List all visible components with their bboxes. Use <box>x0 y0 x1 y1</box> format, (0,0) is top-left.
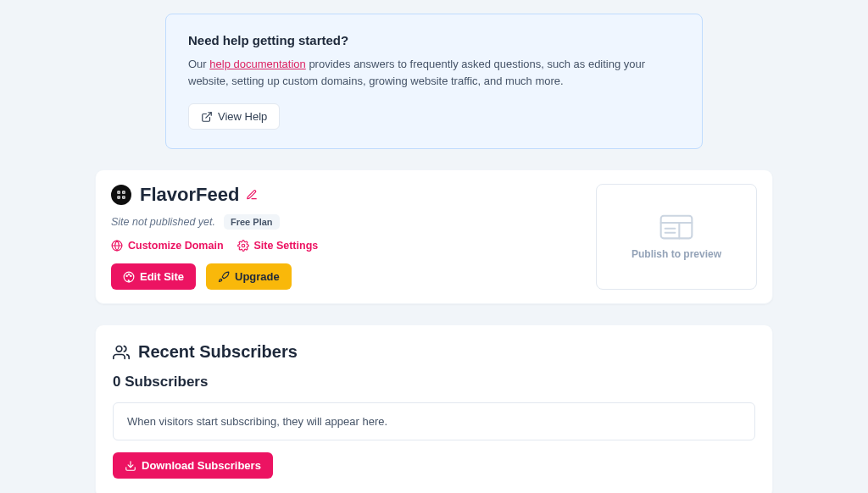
svg-point-7 <box>242 245 245 248</box>
download-subscribers-label: Download Subscribers <box>142 459 261 472</box>
external-link-icon <box>201 111 213 123</box>
upgrade-label: Upgrade <box>235 270 280 283</box>
subscribers-empty-state: When visitors start subscribing, they wi… <box>113 402 755 440</box>
preview-panel-label: Publish to preview <box>632 248 721 260</box>
download-icon <box>125 460 136 472</box>
customize-domain-label: Customize Domain <box>128 240 224 252</box>
svg-point-10 <box>128 274 129 274</box>
edit-site-button[interactable]: Edit Site <box>111 263 196 290</box>
download-subscribers-button[interactable]: Download Subscribers <box>113 452 273 479</box>
site-avatar <box>111 185 131 205</box>
help-banner: Need help getting started? Our help docu… <box>165 14 703 149</box>
subscribers-count: 0 Subscribers <box>113 374 755 391</box>
avatar-icon <box>115 189 127 201</box>
edit-site-label: Edit Site <box>140 270 184 283</box>
site-settings-link[interactable]: Site Settings <box>237 240 319 252</box>
help-banner-body: Our help documentation provides answers … <box>188 56 680 90</box>
help-banner-title: Need help getting started? <box>188 33 680 47</box>
svg-rect-12 <box>661 215 693 238</box>
site-name: FlavorFeed <box>140 184 239 206</box>
site-settings-label: Site Settings <box>254 240 319 252</box>
svg-rect-4 <box>123 197 125 198</box>
rocket-icon <box>218 271 230 283</box>
plan-badge: Free Plan <box>224 214 280 230</box>
help-documentation-link[interactable]: help documentation <box>209 58 305 70</box>
svg-line-0 <box>206 113 211 118</box>
upgrade-button[interactable]: Upgrade <box>206 263 292 290</box>
palette-icon <box>123 271 135 283</box>
help-body-prefix: Our <box>188 58 209 70</box>
customize-domain-link[interactable]: Customize Domain <box>111 240 224 252</box>
edit-site-name-button[interactable] <box>246 189 258 201</box>
site-card: FlavorFeed Site not published yet. Free … <box>95 169 773 304</box>
svg-point-9 <box>126 275 127 276</box>
globe-icon <box>111 240 123 252</box>
svg-point-17 <box>116 346 122 352</box>
site-status: Site not published yet. <box>111 216 215 228</box>
subscribers-heading: Recent Subscribers <box>138 342 298 362</box>
svg-rect-1 <box>118 191 120 193</box>
view-help-label: View Help <box>218 110 267 123</box>
svg-rect-2 <box>118 197 120 198</box>
subscribers-card: Recent Subscribers 0 Subscribers When vi… <box>95 324 773 493</box>
pencil-icon <box>246 189 258 201</box>
users-icon <box>113 344 130 361</box>
svg-point-11 <box>131 275 131 276</box>
preview-panel: Publish to preview <box>596 184 757 290</box>
gear-icon <box>237 240 249 252</box>
svg-rect-3 <box>123 191 125 193</box>
browser-window-icon <box>659 214 693 240</box>
view-help-button[interactable]: View Help <box>188 103 280 130</box>
